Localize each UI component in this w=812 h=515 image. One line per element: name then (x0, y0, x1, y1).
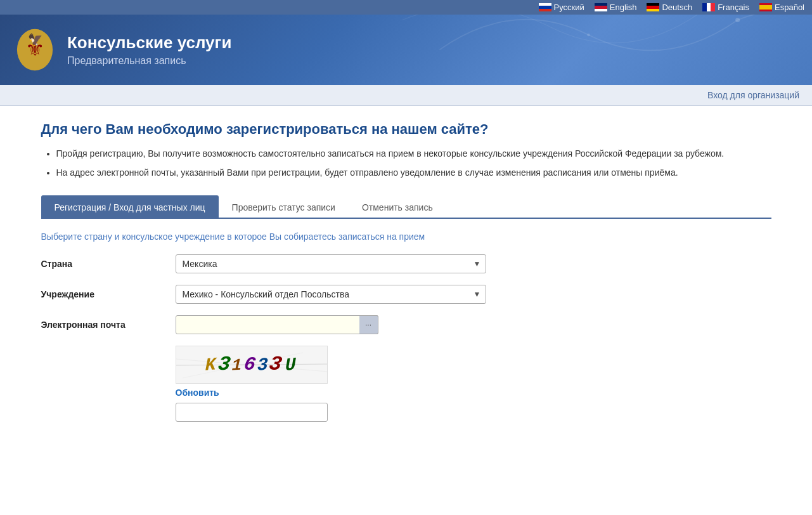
flag-es-icon (759, 3, 772, 11)
russia-coat-of-arms: ⚜ 🦅 (13, 26, 57, 74)
institution-label: Учреждение (41, 289, 168, 299)
site-header: ⚜ 🦅 Консульские услуги Предварительная з… (0, 15, 812, 85)
captcha-input[interactable] (176, 403, 328, 422)
lang-de-label: Deutsch (662, 3, 692, 12)
email-input-wrapper: ··· (176, 315, 378, 334)
org-login-link[interactable]: Вход для организаций (707, 90, 799, 100)
country-row: Страна Мексика ▼ (41, 254, 771, 273)
form-hint: Выберите страну и консульское учреждение… (41, 231, 771, 242)
captcha-area: K31633U Обновить (176, 346, 771, 422)
info-list: Пройдя регистрацию, Вы получите возможно… (41, 147, 771, 180)
lang-es-label: Español (775, 3, 804, 12)
tab-register[interactable]: Регистрация / Вход для частных лиц (41, 195, 219, 219)
lang-es[interactable]: Español (759, 3, 804, 12)
country-select-wrapper: Мексика ▼ (176, 254, 486, 273)
institution-select[interactable]: Мехико - Консульский отдел Посольства (176, 285, 486, 304)
country-select[interactable]: Мексика (176, 254, 486, 273)
lang-ru[interactable]: Русский (539, 3, 584, 12)
institution-row: Учреждение Мехико - Консульский отдел По… (41, 285, 771, 304)
lang-fr-label: Français (718, 3, 749, 12)
flag-de-icon (647, 3, 659, 11)
lang-de[interactable]: Deutsch (647, 3, 692, 12)
site-title: Консульские услуги (67, 33, 231, 53)
institution-select-wrapper: Мехико - Консульский отдел Посольства ▼ (176, 285, 486, 304)
info-item-1: Пройдя регистрацию, Вы получите возможно… (56, 147, 771, 160)
email-input[interactable] (176, 315, 378, 334)
flag-ru-icon (539, 3, 551, 11)
email-lookup-button[interactable]: ··· (359, 315, 378, 334)
page-heading: Для чего Вам необходимо зарегистрировать… (41, 121, 771, 138)
info-item-2: На адрес электронной почты, указанный Ва… (56, 166, 771, 179)
language-bar: Русский English Deutsch Français Español (0, 0, 812, 15)
header-text-block: Консульские услуги Предварительная запис… (67, 33, 231, 67)
lang-fr[interactable]: Français (702, 3, 749, 12)
flag-fr-icon (702, 3, 715, 11)
email-row: Электронная почта ··· (41, 315, 771, 334)
country-label: Страна (41, 259, 168, 269)
lang-en-label: English (610, 3, 637, 12)
tab-bar: Регистрация / Вход для частных лиц Прове… (41, 195, 771, 219)
captcha-text: K31633U (204, 353, 299, 376)
lang-ru-label: Русский (554, 3, 584, 12)
flag-en-icon (595, 3, 607, 11)
svg-text:🦅: 🦅 (28, 32, 43, 47)
captcha-image: K31633U (176, 346, 328, 384)
site-subtitle: Предварительная запись (67, 55, 231, 67)
lang-en[interactable]: English (595, 3, 637, 12)
email-label: Электронная почта (41, 320, 168, 330)
captcha-refresh-link[interactable]: Обновить (176, 388, 219, 398)
main-content: Для чего Вам необходимо зарегистрировать… (26, 106, 787, 437)
subnav-bar: Вход для организаций (0, 85, 812, 106)
tab-cancel[interactable]: Отменить запись (349, 195, 446, 219)
tab-check-status[interactable]: Проверить статус записи (219, 195, 349, 219)
